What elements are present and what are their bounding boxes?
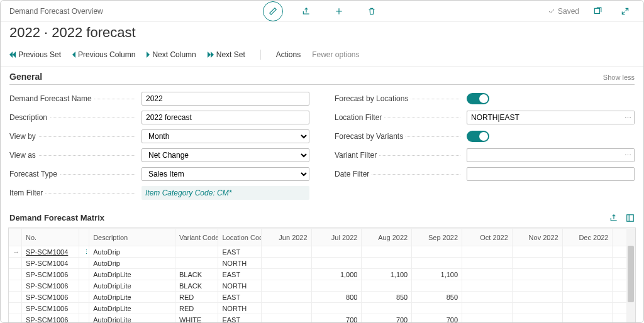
cell-month-6[interactable] [562,292,613,303]
cell-month-6[interactable] [562,258,613,269]
col-month-3[interactable]: Sep 2022 [412,229,462,246]
table-row[interactable]: SP-SCM1004AutoDripNORTH [9,258,635,269]
col-month-2[interactable]: Aug 2022 [362,229,412,246]
cell-month-2[interactable]: 1,100 [362,269,412,280]
cell-month-3[interactable]: 1,100 [412,269,462,280]
cell-month-6[interactable] [562,269,613,280]
forecast-by-locations-toggle[interactable] [467,93,489,104]
cell-month-4[interactable] [462,258,513,269]
cell-month-0[interactable] [261,292,311,303]
cell-month-1[interactable] [311,246,362,258]
vertical-scrollbar[interactable] [626,228,635,323]
new-icon[interactable] [330,2,348,21]
delete-icon[interactable] [362,2,381,21]
cell-month-1[interactable]: 800 [311,292,362,303]
location-filter-input[interactable] [467,111,622,124]
forecast-matrix-table[interactable]: No.DescriptionVariant CodeLocation CodeJ… [9,228,635,323]
cell-month-4[interactable] [462,303,513,314]
table-row[interactable]: SP-SCM1006AutoDripLiteWHITEEAST700700700 [9,314,635,324]
cell-month-1[interactable] [311,258,362,269]
variant-filter-input[interactable] [467,148,622,162]
cell-month-4[interactable] [462,292,513,303]
row-menu-icon[interactable]: ⋮ [79,246,89,258]
cell-month-6[interactable] [562,303,613,314]
cell-month-3[interactable] [412,303,462,314]
forecast-by-variants-toggle[interactable] [467,131,489,142]
col-month-6[interactable]: Dec 2022 [562,229,613,246]
cell-month-3[interactable] [412,280,462,292]
cell-month-4[interactable] [462,246,513,258]
actions-menu[interactable]: Actions [276,50,301,59]
cell-month-5[interactable] [512,303,562,314]
table-row[interactable]: SP-SCM1006AutoDripLiteREDEAST800850850 [9,292,635,303]
col-location-code[interactable]: Location Code [218,229,261,246]
view-by-select[interactable]: Month [142,129,309,143]
next-set-button[interactable]: Next Set [208,50,245,59]
col-variant-code[interactable]: Variant Code [175,229,218,246]
table-row[interactable]: SP-SCM1006AutoDripLiteBLACKEAST1,0001,10… [9,269,635,280]
col-month-5[interactable]: Nov 2022 [512,229,562,246]
cell-month-5[interactable] [512,269,562,280]
cell-month-2[interactable] [362,246,412,258]
cell-month-0[interactable] [261,269,311,280]
next-column-button[interactable]: Next Column [147,50,196,59]
cell-no[interactable]: SP-SCM1004 [22,258,79,269]
cell-month-6[interactable] [562,280,613,292]
fewer-options-button[interactable]: Fewer options [312,50,359,59]
table-row[interactable]: SP-SCM1006AutoDripLiteBLACKNORTH [9,280,635,292]
cell-month-2[interactable] [362,280,412,292]
cell-month-3[interactable]: 700 [412,314,462,324]
show-less-link[interactable]: Show less [603,74,635,81]
share-icon[interactable] [297,2,316,21]
edit-icon[interactable] [263,1,283,21]
description-input[interactable] [142,111,309,124]
cell-month-1[interactable] [311,303,362,314]
cell-month-2[interactable] [362,258,412,269]
cell-month-1[interactable]: 700 [311,314,362,324]
col-description[interactable]: Description [89,229,175,246]
cell-no[interactable]: SP-SCM1006 [22,269,79,280]
table-row[interactable]: →SP-SCM1004⋮AutoDripEAST [9,246,635,258]
forecast-type-select[interactable]: Sales Item [142,167,309,181]
cell-month-0[interactable] [261,280,311,292]
cell-month-0[interactable] [261,303,311,314]
item-filter-field[interactable]: Item Category Code: CM* [142,186,309,200]
cell-month-2[interactable] [362,303,412,314]
col-row-selector[interactable] [9,229,22,246]
col-month-0[interactable]: Jun 2022 [261,229,311,246]
cell-month-3[interactable] [412,258,462,269]
col-month-4[interactable]: Oct 2022 [462,229,513,246]
cell-month-0[interactable] [261,246,311,258]
matrix-share-icon[interactable] [609,214,618,222]
cell-month-0[interactable] [261,258,311,269]
cell-month-6[interactable] [562,246,613,258]
cell-month-5[interactable] [512,280,562,292]
cell-month-1[interactable]: 1,000 [311,269,362,280]
location-filter-assist-icon[interactable]: ⋯ [622,111,635,124]
matrix-expand-icon[interactable] [626,214,635,222]
cell-month-0[interactable] [261,314,311,324]
cell-no[interactable]: SP-SCM1006 [22,314,79,324]
demand-forecast-name-input[interactable] [142,92,309,106]
popout-icon[interactable] [588,2,607,21]
view-as-select[interactable]: Net Change [142,148,309,162]
cell-no[interactable]: SP-SCM1006 [22,303,79,314]
previous-set-button[interactable]: Previous Set [9,50,61,59]
cell-month-4[interactable] [462,269,513,280]
variant-filter-assist-icon[interactable]: ⋯ [622,148,635,162]
date-filter-input[interactable] [467,167,635,181]
cell-month-1[interactable] [311,280,362,292]
cell-no[interactable]: SP-SCM1004 [22,246,79,258]
cell-month-3[interactable]: 850 [412,292,462,303]
table-row[interactable]: SP-SCM1006AutoDripLiteREDNORTH [9,303,635,314]
cell-month-4[interactable] [462,314,513,324]
cell-month-3[interactable] [412,246,462,258]
cell-no[interactable]: SP-SCM1006 [22,292,79,303]
previous-column-button[interactable]: Previous Column [72,50,135,59]
col-row-menu[interactable] [79,229,89,246]
col-no[interactable]: No. [22,229,79,246]
cell-month-5[interactable] [512,258,562,269]
collapse-icon[interactable] [616,2,635,21]
cell-month-6[interactable] [562,314,613,324]
cell-month-2[interactable]: 700 [362,314,412,324]
